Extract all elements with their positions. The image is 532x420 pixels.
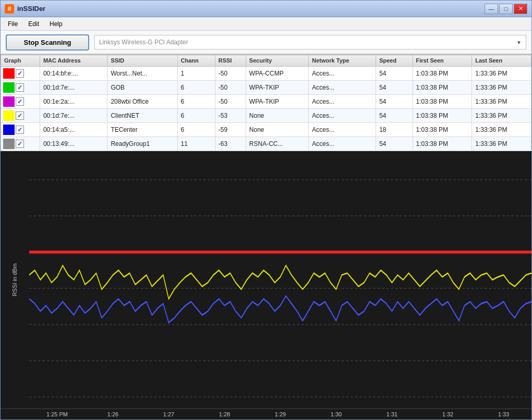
table-row[interactable]: ✓00:13:49:...ReadyGroup111-63RSNA-CC...A… <box>1 137 531 151</box>
cell-security: None <box>246 123 308 137</box>
cell-mac: 00:14:bf:e:... <box>40 67 107 81</box>
cell-security: WPA-TKIP <box>246 95 308 109</box>
network-table: Graph MAC Address SSID Chann RSSI Securi… <box>1 55 531 151</box>
app-title: inSSIDer <box>17 5 485 13</box>
color-swatch <box>3 96 15 107</box>
cell-first_seen: 1:03:38 PM <box>413 109 472 123</box>
graph-cell[interactable]: ✓ <box>1 95 40 109</box>
cell-channel: 1 <box>177 67 215 81</box>
x-tick-label: 1:29 <box>252 411 308 417</box>
menu-help[interactable]: Help <box>44 19 68 29</box>
cell-speed: 54 <box>376 137 413 151</box>
col-channel: Chann <box>177 55 215 67</box>
col-security: Security <box>246 55 308 67</box>
chart-svg-container: -30 -40 -50 -60 -70 -80 -90 <box>29 151 531 409</box>
row-checkbox[interactable]: ✓ <box>16 112 24 120</box>
graph-cell[interactable]: ✓ <box>1 109 40 123</box>
close-button[interactable]: ✕ <box>514 4 527 14</box>
x-tick-label: 1:28 <box>197 411 252 417</box>
svg-rect-0 <box>29 151 531 409</box>
toolbar: Stop Scanning Linksys Wireless-G PCI Ada… <box>1 31 531 55</box>
cell-rssi: -53 <box>215 109 246 123</box>
cell-ssid: Worst...Net... <box>107 67 177 81</box>
menu-file[interactable]: File <box>3 19 23 29</box>
cell-security: RSNA-CC... <box>246 137 308 151</box>
cell-mac: 00:1e:2a:... <box>40 95 107 109</box>
stop-scanning-button[interactable]: Stop Scanning <box>6 34 89 51</box>
col-network-type: Network Type <box>309 55 376 67</box>
dropdown-arrow-icon: ▼ <box>516 40 522 45</box>
graph-cell[interactable]: ✓ <box>1 137 40 151</box>
cell-speed: 54 <box>376 95 413 109</box>
cell-mac: 00:13:49:... <box>40 137 107 151</box>
graph-cell[interactable]: ✓ <box>1 81 40 95</box>
cell-ssid: 208wbi Office <box>107 95 177 109</box>
cell-rssi: -50 <box>215 81 246 95</box>
cell-speed: 54 <box>376 109 413 123</box>
col-last-seen: Last Seen <box>472 55 531 67</box>
table-row[interactable]: ✓00:1d:7e:...GOB6-50WPA-TKIPAcces...541:… <box>1 81 531 95</box>
graph-cell[interactable]: ✓ <box>1 67 40 81</box>
col-speed: Speed <box>376 55 413 67</box>
window-controls: — □ ✕ <box>485 4 527 14</box>
x-tick-label: 1:30 <box>308 411 364 417</box>
col-graph: Graph <box>1 55 40 67</box>
row-checkbox[interactable]: ✓ <box>16 83 24 92</box>
cell-speed: 54 <box>376 67 413 81</box>
adapter-label: Linksys Wireless-G PCI Adapter <box>99 39 188 46</box>
cell-network_type: Acces... <box>309 95 376 109</box>
chart-inner: RSSI in dBm -30 -40 <box>1 151 531 409</box>
title-bar: # inSSIDer — □ ✕ <box>1 1 531 17</box>
color-swatch <box>3 68 15 79</box>
row-checkbox[interactable]: ✓ <box>16 140 24 148</box>
cell-last_seen: 1:33:36 PM <box>472 137 531 151</box>
cell-security: WPA-TKIP <box>246 81 308 95</box>
table-row[interactable]: ✓00:1e:2a:...208wbi Office6-50WPA-TKIPAc… <box>1 95 531 109</box>
app-icon: # <box>5 4 14 14</box>
cell-network_type: Acces... <box>309 81 376 95</box>
x-tick-label: 1:32 <box>420 411 476 417</box>
col-rssi: RSSI <box>215 55 246 67</box>
cell-ssid: ClientNET <box>107 109 177 123</box>
cell-network_type: Acces... <box>309 109 376 123</box>
row-checkbox[interactable]: ✓ <box>16 97 24 106</box>
adapter-dropdown[interactable]: Linksys Wireless-G PCI Adapter ▼ <box>94 35 526 50</box>
cell-channel: 11 <box>177 137 215 151</box>
cell-ssid: TECenter <box>107 123 177 137</box>
color-swatch <box>3 139 15 149</box>
row-checkbox[interactable]: ✓ <box>16 69 24 78</box>
cell-first_seen: 1:03:38 PM <box>413 123 472 137</box>
network-table-container: Graph MAC Address SSID Chann RSSI Securi… <box>1 55 531 151</box>
menu-edit[interactable]: Edit <box>23 19 44 29</box>
y-axis-label: RSSI in dBm <box>12 264 18 297</box>
x-axis: 1:25 PM1:261:271:281:291:301:311:321:33 <box>1 409 531 419</box>
col-first-seen: First Seen <box>413 55 472 67</box>
x-tick-label: 1:26 <box>85 411 141 417</box>
cell-ssid: GOB <box>107 81 177 95</box>
cell-mac: 00:1d:7e:... <box>40 81 107 95</box>
row-checkbox[interactable]: ✓ <box>16 126 24 134</box>
cell-rssi: -59 <box>215 123 246 137</box>
graph-cell[interactable]: ✓ <box>1 123 40 137</box>
cell-security: WPA-CCMP <box>246 67 308 81</box>
table-row[interactable]: ✓00:14:a5:...TECenter6-59NoneAcces...181… <box>1 123 531 137</box>
table-row[interactable]: ✓00:14:bf:e:...Worst...Net...1-50WPA-CCM… <box>1 67 531 81</box>
cell-speed: 54 <box>376 81 413 95</box>
cell-first_seen: 1:03:38 PM <box>413 81 472 95</box>
cell-last_seen: 1:33:36 PM <box>472 95 531 109</box>
x-tick-label: 1:27 <box>141 411 197 417</box>
cell-channel: 6 <box>177 109 215 123</box>
cell-network_type: Acces... <box>309 137 376 151</box>
cell-ssid: ReadyGroup1 <box>107 137 177 151</box>
minimize-button[interactable]: — <box>485 4 498 14</box>
cell-first_seen: 1:03:38 PM <box>413 137 472 151</box>
cell-network_type: Acces... <box>309 67 376 81</box>
cell-last_seen: 1:33:36 PM <box>472 67 531 81</box>
color-swatch <box>3 110 15 121</box>
cell-rssi: -50 <box>215 67 246 81</box>
maximize-button[interactable]: □ <box>499 4 513 14</box>
chart-area: RSSI in dBm -30 -40 <box>1 151 531 419</box>
table-row[interactable]: ✓00:1d:7e:...ClientNET6-53NoneAcces...54… <box>1 109 531 123</box>
color-swatch <box>3 82 15 93</box>
cell-rssi: -63 <box>215 137 246 151</box>
